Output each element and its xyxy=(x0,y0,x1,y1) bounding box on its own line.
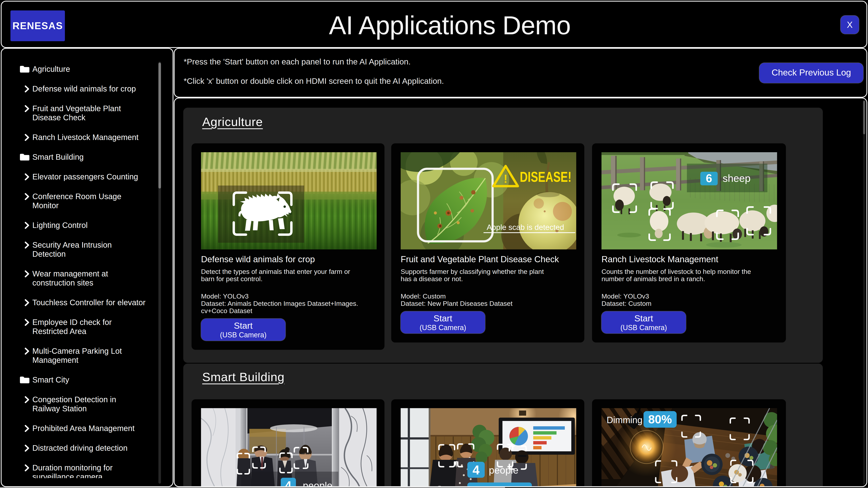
svg-text:!: ! xyxy=(504,172,507,185)
svg-text:people: people xyxy=(489,465,519,476)
svg-text:DISEASE!: DISEASE! xyxy=(520,169,571,185)
svg-text:4: 4 xyxy=(472,463,479,477)
svg-text:80%: 80% xyxy=(648,413,672,426)
svg-text:people: people xyxy=(303,480,332,487)
svg-text:Apple scab is detected: Apple scab is detected xyxy=(487,223,564,231)
svg-text:4: 4 xyxy=(285,479,291,487)
svg-text:sheep: sheep xyxy=(723,172,751,184)
svg-text:6: 6 xyxy=(706,172,712,185)
svg-text:Status: Status xyxy=(436,484,464,487)
svg-text:Dimming: Dimming xyxy=(607,415,642,425)
svg-text:Occupied: Occupied xyxy=(474,484,525,487)
